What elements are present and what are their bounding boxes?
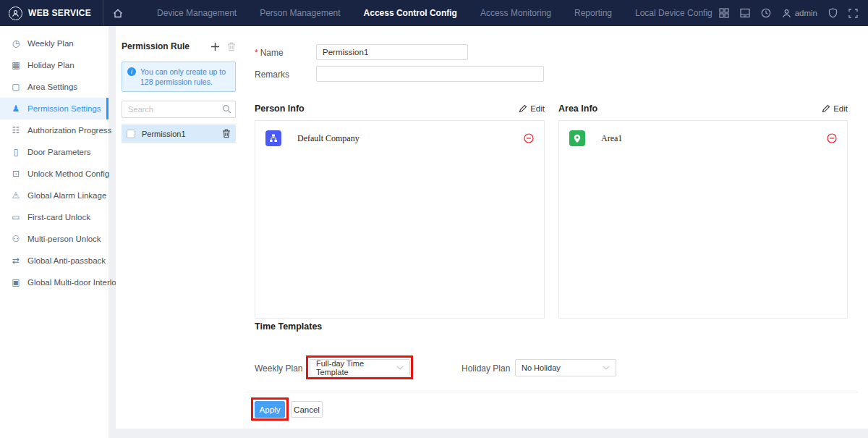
rule-limit-text: You can only create up to 128 permission… [140,67,231,87]
name-input[interactable] [316,44,468,60]
area-icon: ▢ [11,82,21,92]
topbar: WEB SERVICE Device Management Person Man… [0,0,868,26]
permission-rule-panel: Permission Rule You can only create up t… [122,39,236,143]
rule-list-item[interactable]: Permission1 [122,125,236,143]
sidebar-item-authorization-progress[interactable]: ☷Authorization Progress [0,119,109,141]
fullscreen-button[interactable] [848,9,858,18]
organization-icon [265,130,281,146]
nav-local-device-config[interactable]: Local Device Config [635,8,712,18]
sidebar-item-weekly-plan[interactable]: ◷Weekly Plan [0,33,109,54]
page: WEB SERVICE Device Management Person Man… [0,0,868,438]
progress-icon: ☷ [11,125,21,135]
security-button[interactable] [828,8,838,18]
sidebar-item-label: Global Anti-passback [27,256,106,265]
cancel-button[interactable]: Cancel [291,401,323,418]
footer-divider [246,392,858,392]
nav-access-monitoring[interactable]: Access Monitoring [480,8,551,18]
interlock-icon: ▣ [11,277,21,287]
apps-grid-button[interactable] [719,8,729,18]
grid-icon [719,8,729,18]
weekly-plan-label: Weekly Plan [255,363,302,374]
add-rule-button[interactable] [210,42,220,51]
rule-checkbox[interactable] [127,130,135,138]
sidebar-item-holiday-plan[interactable]: ▦Holiday Plan [0,54,109,76]
sidebar-item-door-parameters[interactable]: ▯Door Parameters [0,141,109,163]
topbar-nav: Device Management Person Management Acce… [157,8,712,18]
time-button[interactable] [761,8,771,18]
delete-rule-button[interactable] [227,42,236,51]
rule-panel-title: Permission Rule [122,41,203,51]
sidebar-item-label: Area Settings [27,83,77,91]
user-menu[interactable]: admin [782,9,817,18]
home-button[interactable] [103,0,132,26]
sidebar-item-label: Unlock Method Config [27,169,109,178]
area-info-edit-button[interactable]: Edit [822,104,848,113]
card-icon: ▭ [11,212,21,222]
nav-person-management[interactable]: Person Management [260,8,340,18]
clock-icon [761,8,771,18]
name-label: *Name [255,48,284,58]
area-info-header: Area Info Edit [558,104,848,114]
area-info-title: Area Info [558,104,597,114]
person-icon [782,9,791,18]
person-info-panel: Default Company [255,120,545,319]
sidebar-item-label: Global Alarm Linkage [27,191,106,200]
device-panel-button[interactable] [740,8,750,18]
nav-device-management[interactable]: Device Management [157,8,237,18]
sidebar-item-permission-settings[interactable]: ♟Permission Settings [0,98,109,119]
sidebar-item-multi-person-unlock[interactable]: ⚇Multi-person Unlock [0,228,109,250]
minus-circle-icon [524,133,534,143]
person-info-title: Person Info [255,104,305,114]
search-icon [222,104,231,114]
remarks-label: Remarks [255,70,289,80]
rule-search [122,101,236,118]
person-info-item: Default Company [255,121,544,156]
person-item-name: Default Company [297,133,524,144]
sidebar: ◷Weekly Plan ▦Holiday Plan ▢Area Setting… [0,26,109,438]
remove-person-button[interactable] [524,133,534,143]
rule-list: Permission1 [122,125,236,143]
weekly-plan-select[interactable]: Full-day Time Template [310,359,410,376]
rule-search-input[interactable] [122,101,236,118]
area-info-item: Area1 [559,121,847,156]
rule-panel-header: Permission Rule [122,39,236,54]
pencil-icon [822,104,830,113]
required-mark: * [255,48,258,58]
remove-area-button[interactable] [827,133,837,143]
area-info-panel: Area1 [558,120,848,319]
sidebar-item-global-alarm-linkage[interactable]: ⚠Global Alarm Linkage [0,185,109,206]
plus-icon [210,42,220,51]
username-label: admin [795,9,817,17]
sidebar-item-area-settings[interactable]: ▢Area Settings [0,76,109,98]
info-icon [127,67,136,76]
door-icon: ▯ [11,147,21,157]
holiday-plan-value: No Holiday [522,363,561,372]
alarm-icon: ⚠ [11,190,21,201]
location-pin-icon [569,130,585,146]
holiday-plan-select[interactable]: No Holiday [515,359,616,376]
minus-circle-icon [827,133,837,143]
nav-access-control-config[interactable]: Access Control Config [364,8,457,18]
person-icon: ♟ [11,104,21,114]
person-info-header: Person Info Edit [255,104,545,114]
rule-name: Permission1 [142,130,222,138]
sidebar-item-unlock-method-config[interactable]: ⊡Unlock Method Config [0,163,109,185]
sidebar-item-global-multi-door-interlock[interactable]: ▣Global Multi-door Interlock [0,271,109,293]
nav-reporting[interactable]: Reporting [574,8,612,18]
delete-rule-item-button[interactable] [222,129,231,138]
panel-icon [740,8,750,18]
sidebar-item-first-card-unlock[interactable]: ▭First-card Unlock [0,206,109,228]
calendar-icon: ▦ [11,60,21,70]
sidebar-item-global-anti-passback[interactable]: ⇄Global Anti-passback [0,250,109,271]
trash-icon [227,42,236,51]
apply-button[interactable]: Apply [255,401,285,418]
remarks-input[interactable] [316,66,544,82]
multi-person-icon: ⚇ [11,234,21,244]
sidebar-item-label: Holiday Plan [27,61,75,70]
chevron-down-icon [396,366,404,370]
sidebar-item-label: Permission Settings [27,104,101,113]
person-info-edit-button[interactable]: Edit [519,104,545,113]
shield-icon [828,8,838,18]
home-icon [113,9,123,18]
weekly-plan-value: Full-day Time Template [316,359,396,376]
